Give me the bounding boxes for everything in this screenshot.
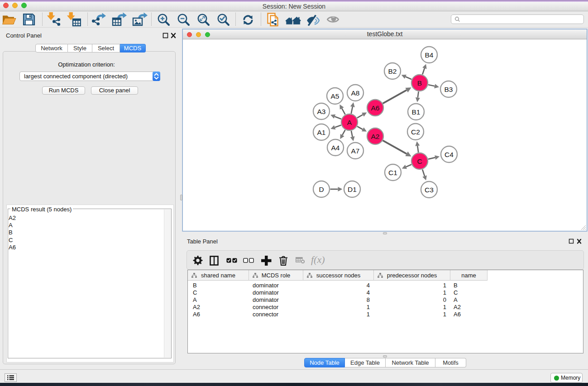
svg-text:B1: B1 [412,108,421,116]
svg-text:C: C [417,157,422,165]
svg-text:A3: A3 [317,108,326,115]
svg-text:A: A [347,119,352,126]
svg-text:A2: A2 [371,133,380,140]
svg-text:B3: B3 [445,86,453,93]
svg-text:B2: B2 [388,67,397,75]
svg-text:A6: A6 [371,104,380,112]
svg-text:A1: A1 [317,129,326,136]
svg-text:A7: A7 [351,147,360,155]
svg-text:D: D [319,186,324,193]
svg-text:A4: A4 [331,144,340,152]
svg-text:B4: B4 [425,51,434,59]
svg-text:C1: C1 [388,169,397,176]
svg-text:A8: A8 [351,89,360,97]
svg-text:A5: A5 [331,92,339,100]
svg-text:C4: C4 [445,151,454,158]
svg-text:D1: D1 [348,186,357,193]
svg-text:C2: C2 [411,128,420,136]
svg-text:B: B [417,79,422,87]
svg-text:C3: C3 [425,186,434,194]
